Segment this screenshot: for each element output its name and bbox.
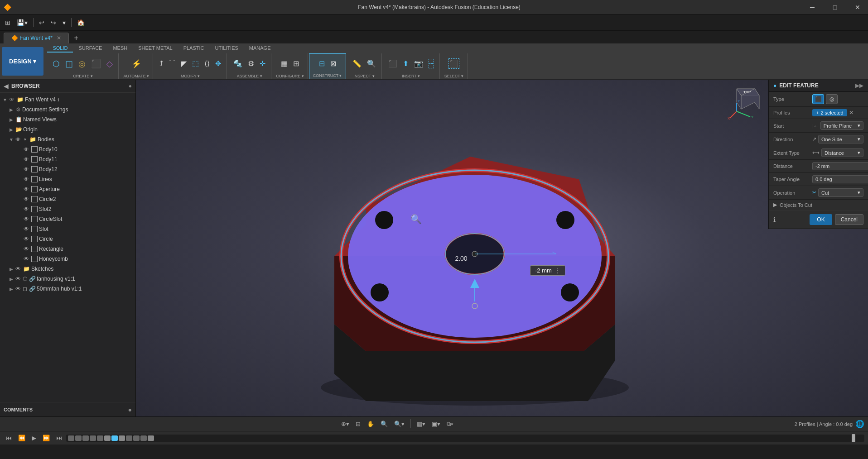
tree-circle2[interactable]: 👁 Circle2 — [0, 194, 135, 204]
ef-ok-button[interactable]: OK — [810, 214, 832, 225]
tab-close-button[interactable]: ✕ — [57, 35, 61, 41]
tree-root-item[interactable]: ▼ 👁 📁 Fan Went v4 ℹ — [0, 95, 135, 105]
joint-btn[interactable]: 🔩 — [231, 57, 244, 70]
pan-tool-button[interactable]: ✋ — [365, 419, 376, 429]
config2-btn[interactable]: ⊞ — [291, 57, 301, 70]
tree-50mmfan[interactable]: ▶ 👁 ◻ 🔗 50mmfan hub v1:1 — [0, 284, 135, 294]
ef-direction-dropdown[interactable]: One Side ▾ — [818, 135, 863, 143]
ef-type-extrude-btn[interactable]: ⬛ — [812, 94, 824, 104]
table-btn[interactable]: ▦ — [279, 57, 289, 70]
insert2-btn[interactable]: ⬆ — [401, 57, 410, 70]
insert-dashed-btn[interactable]: ┄ — [427, 57, 436, 70]
viewport[interactable]: 🔍 2.00 -2 mm ⋮ TOP — [136, 80, 868, 416]
grid-button[interactable]: ⊞ — [3, 18, 13, 28]
display-mode-button[interactable]: ▦▾ — [415, 419, 428, 429]
ef-start-dropdown[interactable]: Profile Plane ▾ — [820, 121, 863, 130]
timeline-item-11[interactable] — [140, 435, 147, 441]
press-pull-btn[interactable]: ⤴ — [158, 58, 165, 70]
timeline-slider[interactable] — [852, 434, 855, 442]
ef-taper-input[interactable] — [812, 175, 868, 183]
offset-plane-btn[interactable]: ⊟ — [317, 57, 327, 70]
tree-body12[interactable]: 👁 Body12 — [0, 164, 135, 174]
zoom-dropdown-button[interactable]: 🔍▾ — [392, 419, 407, 429]
tree-aperture[interactable]: 👁 Aperture — [0, 184, 135, 194]
ef-distance-input[interactable] — [812, 162, 868, 170]
ef-type-revolve-btn[interactable]: ◎ — [826, 94, 838, 104]
ef-cancel-button[interactable]: Cancel — [835, 214, 863, 225]
timeline-item-7[interactable] — [111, 435, 118, 441]
select-btn[interactable]: ⬛ — [447, 57, 461, 71]
extrude-btn[interactable]: ◫ — [63, 57, 75, 71]
timeline-item-1[interactable] — [68, 435, 74, 441]
tree-slot2[interactable]: 👁 Slot2 — [0, 204, 135, 214]
timeline-end-button[interactable]: ⏭ — [54, 434, 64, 442]
timeline-next-button[interactable]: ⏩ — [40, 434, 52, 442]
shell-btn[interactable]: ⬚ — [190, 57, 201, 70]
ef-extent-dropdown[interactable]: Distance ▾ — [821, 148, 863, 157]
home-button[interactable]: 🏠 — [75, 18, 87, 28]
zoom-button[interactable]: 🔍 — [378, 419, 390, 429]
fillet-btn[interactable]: ⌒ — [167, 57, 178, 70]
timeline-item-10[interactable] — [133, 435, 140, 441]
timeline-prev-button[interactable]: ⏪ — [16, 434, 28, 442]
tree-honeycomb[interactable]: 👁 Honeycomb — [0, 254, 135, 264]
tree-fanhousing[interactable]: ▶ 👁 ⬡ 🔗 fanhousing v1:1 — [0, 274, 135, 284]
effects-button[interactable]: ⧉▾ — [444, 419, 455, 429]
undo-button[interactable]: ↩ — [37, 18, 47, 28]
midplane-btn[interactable]: ⊠ — [328, 57, 338, 70]
scale-btn[interactable]: ✥ — [213, 57, 223, 70]
tab-mesh[interactable]: MESH — [107, 44, 133, 53]
tab-manage[interactable]: MANAGE — [244, 44, 276, 53]
tab-surface[interactable]: SURFACE — [73, 44, 107, 53]
tab-plastic[interactable]: PLASTIC — [178, 44, 210, 53]
comments-expand-button[interactable]: ● — [128, 406, 132, 413]
timeline-item-6[interactable] — [104, 435, 111, 441]
chamfer-btn[interactable]: ◤ — [179, 57, 188, 70]
tab-sheet-metal[interactable]: SHEET METAL — [133, 44, 178, 53]
ef-objects-section[interactable]: ▶ Objects To Cut — [769, 200, 868, 210]
draft-btn[interactable]: ⟨⟩ — [203, 57, 212, 70]
revolve-btn[interactable]: ◎ — [77, 57, 87, 71]
automate-btn[interactable]: ⚡ — [130, 57, 143, 71]
tab-utilities[interactable]: UTILITIES — [209, 44, 243, 53]
tree-document-settings[interactable]: ▶ ⚙ Document Settings — [0, 105, 135, 115]
ef-profiles-clear-button[interactable]: ✕ — [849, 110, 854, 116]
ef-operation-dropdown[interactable]: Cut ▾ — [818, 188, 863, 197]
tree-circle[interactable]: 👁 Circle — [0, 234, 135, 244]
joint2-btn[interactable]: ⚙ — [246, 57, 256, 70]
design-dropdown-button[interactable]: DESIGN ▾ — [2, 47, 43, 76]
move-btn[interactable]: ✛ — [258, 57, 267, 70]
tab-solid[interactable]: SOLID — [47, 44, 73, 53]
insert3-btn[interactable]: 📷 — [412, 57, 425, 70]
annotation-popup[interactable]: -2 mm ⋮ — [530, 265, 565, 276]
tree-circleslot[interactable]: 👁 CircleSlot — [0, 214, 135, 224]
tree-rectangle[interactable]: 👁 Rectangle — [0, 244, 135, 254]
close-button[interactable]: ✕ — [847, 0, 868, 14]
annotation-more-button[interactable]: ⋮ — [555, 267, 560, 274]
timeline-item-5[interactable] — [97, 435, 103, 441]
orbit-tool-button[interactable]: ⊕▾ — [339, 419, 352, 429]
timeline-item-4[interactable] — [90, 435, 96, 441]
tree-body10[interactable]: 👁 Body10 — [0, 144, 135, 154]
browser-options-button[interactable]: ● — [129, 83, 132, 89]
loft-btn[interactable]: ◇ — [105, 57, 115, 71]
visibility-button[interactable]: ▣▾ — [429, 419, 443, 429]
tree-slot[interactable]: 👁 Slot — [0, 224, 135, 234]
new-tab-button[interactable]: + — [71, 33, 82, 43]
tree-body11[interactable]: 👁 Body11 — [0, 154, 135, 164]
fit-view-button[interactable]: ⊟ — [353, 419, 363, 429]
tree-named-views[interactable]: ▶ 📋 Named Views — [0, 115, 135, 124]
tree-lines[interactable]: 👁 Lines — [0, 174, 135, 184]
edit-feature-expand-button[interactable]: ▶▶ — [855, 82, 863, 89]
timeline-item-3[interactable] — [82, 435, 89, 441]
redo-button[interactable]: ↪ — [48, 18, 58, 28]
view-cube[interactable]: TOP X Y Z — [728, 84, 764, 120]
new-component-btn[interactable]: ⬡ — [51, 57, 62, 71]
tree-bodies[interactable]: ▼ 👁 ⚬ 📁 Bodies — [0, 134, 135, 144]
tree-sketches[interactable]: ▶ 👁 📁 Sketches — [0, 264, 135, 274]
timeline-start-button[interactable]: ⏮ — [4, 434, 14, 442]
ef-info-button[interactable]: ℹ — [773, 214, 776, 225]
minimize-button[interactable]: ─ — [802, 0, 823, 14]
timeline-track[interactable] — [66, 435, 864, 442]
inspect2-btn[interactable]: 🔍 — [365, 57, 378, 70]
